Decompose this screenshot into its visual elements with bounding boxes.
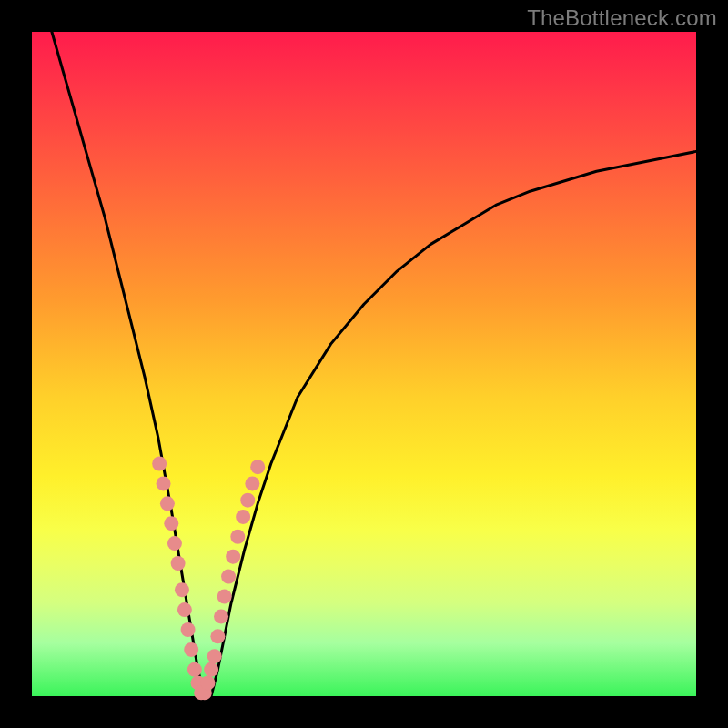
chart-frame: TheBottleneck.com <box>0 0 728 728</box>
highlight-dot <box>184 642 198 657</box>
highlight-dot <box>217 590 232 604</box>
highlight-dot <box>240 493 255 508</box>
highlight-dot <box>187 662 202 677</box>
highlight-dot <box>221 570 236 584</box>
curve-svg <box>32 32 696 696</box>
highlight-dot <box>250 460 265 474</box>
highlight-dot <box>167 536 182 551</box>
watermark-text: TheBottleneck.com <box>527 5 717 31</box>
highlight-dot <box>181 622 196 637</box>
highlight-dot <box>177 602 192 617</box>
highlight-dot <box>245 476 259 490</box>
highlight-dot <box>230 530 245 544</box>
highlight-dot <box>210 629 225 643</box>
highlight-dot <box>200 675 215 690</box>
highlight-dot <box>207 649 222 663</box>
highlight-dot <box>236 510 250 524</box>
highlight-dot <box>175 582 189 597</box>
highlight-dot <box>204 662 218 677</box>
highlight-dot <box>157 476 171 490</box>
bottleneck-curve <box>52 32 696 696</box>
highlight-dot <box>214 609 228 623</box>
highlight-dot <box>152 457 167 471</box>
highlight-dot <box>164 516 178 531</box>
highlight-dot <box>160 496 175 511</box>
plot-area <box>32 32 696 696</box>
highlight-dot <box>226 550 240 564</box>
highlight-dot <box>171 556 186 571</box>
